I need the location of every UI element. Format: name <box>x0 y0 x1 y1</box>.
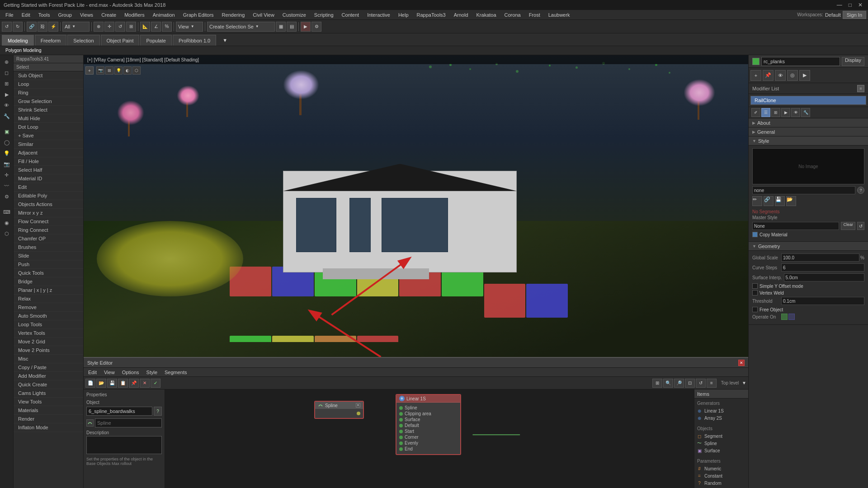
menu-arnold[interactable]: Arnold <box>450 11 472 19</box>
maximize-btn[interactable]: □ <box>847 2 854 8</box>
se-cycle-btn[interactable]: ↺ <box>696 379 706 388</box>
cmd-copy-paste[interactable]: Copy / Paste <box>14 363 83 372</box>
se-menu-options[interactable]: Options <box>119 370 142 375</box>
operate-on-mesh-btn[interactable] <box>781 314 788 320</box>
tab-proribbon[interactable]: ProRibbon 1.0 <box>173 35 216 46</box>
free-object-checkbox[interactable] <box>752 307 758 312</box>
rotate-btn[interactable]: ↺ <box>115 22 125 32</box>
select-icon[interactable]: ⊕ <box>2 57 12 67</box>
se-new-btn[interactable]: 📄 <box>85 379 95 388</box>
close-btn[interactable]: ✕ <box>856 2 864 8</box>
minimize-btn[interactable]: — <box>835 2 844 8</box>
extra-icon-2[interactable]: ⬡ <box>2 229 12 239</box>
cmd-editable-poly[interactable]: Editable Poly <box>14 192 83 200</box>
rp-icon-wire[interactable]: ✐ <box>751 108 760 117</box>
menu-scripting[interactable]: Scripting <box>311 11 337 19</box>
style-editor-canvas[interactable]: Spline ✕ ⊕ <box>165 389 694 488</box>
se-zoom-out-btn[interactable]: 🔎 <box>674 379 684 388</box>
general-section-header[interactable]: ▶ General <box>749 127 868 136</box>
rp-new-vp-btn[interactable]: + <box>750 70 761 81</box>
cmd-multi-hide[interactable]: Multi Hide <box>14 114 83 123</box>
cmd-flow-connect[interactable]: Flow Connect <box>14 217 83 226</box>
cmd-adjacent[interactable]: Adjacent <box>14 149 83 157</box>
spline-input[interactable] <box>95 418 162 427</box>
linear-dot-corner[interactable] <box>399 436 403 439</box>
surface-interp-input[interactable] <box>784 273 864 282</box>
rp-eye-btn[interactable]: 👁 <box>775 70 786 81</box>
style-color-4[interactable]: 📂 <box>786 196 796 206</box>
percent-snap-btn[interactable]: % <box>162 22 172 32</box>
sign-in-button[interactable]: Sign In <box>843 11 866 19</box>
cmd-ring[interactable]: Ring <box>14 89 83 97</box>
tab-extra-btn[interactable]: ▼ <box>217 35 233 46</box>
linear-dot-start[interactable] <box>399 430 403 433</box>
cmd-shrink-select[interactable]: Shrink Select <box>14 106 83 114</box>
rp-icon-motion[interactable]: ▶ <box>781 108 790 117</box>
menu-views[interactable]: Views <box>76 11 97 19</box>
vertex-weld-checkbox[interactable] <box>752 290 758 296</box>
cmd-bridge[interactable]: Bridge <box>14 277 83 286</box>
rp-render-btn[interactable]: ▶ <box>799 70 810 81</box>
create-selection-dropdown[interactable]: Create Selection Se ▼ <box>207 22 275 32</box>
se-copy-btn[interactable]: 📋 <box>118 379 128 388</box>
cmd-planar[interactable]: Planar | x | y | z <box>14 286 83 295</box>
cmd-push[interactable]: Push <box>14 260 83 269</box>
style-color-3[interactable]: 💾 <box>775 196 785 206</box>
cmd-relax[interactable]: Relax <box>14 295 83 303</box>
vp-grid-icon[interactable]: ⊞ <box>105 66 113 75</box>
rp-icon-display[interactable]: 👁 <box>791 108 800 117</box>
filter-btn[interactable]: ▦ <box>276 22 286 32</box>
menu-create[interactable]: Create <box>98 11 120 19</box>
utilities-icon[interactable]: 🔧 <box>2 111 12 121</box>
vp-light-icon[interactable]: 💡 <box>114 66 123 75</box>
menu-laubwerk[interactable]: Laubwerk <box>545 11 574 19</box>
menu-tools[interactable]: Tools <box>35 11 54 19</box>
select-btn[interactable]: ⊕ <box>94 22 104 32</box>
filter2-btn[interactable]: ▤ <box>287 22 297 32</box>
rp-icon-utility[interactable]: 🔧 <box>801 108 810 117</box>
snap-btn[interactable]: 📐 <box>140 22 150 32</box>
operate-on-spline-btn[interactable] <box>788 314 795 320</box>
object-icon[interactable]: ◻ <box>2 68 12 78</box>
se-menu-segments[interactable]: Segments <box>162 370 190 375</box>
render-settings-btn[interactable]: ⚙ <box>311 22 321 32</box>
spline-node[interactable]: Spline ✕ <box>314 401 364 419</box>
vp-plus-btn[interactable]: + <box>85 66 94 75</box>
cmd-chamfer-op[interactable]: Chamfer OP <box>14 235 83 243</box>
extra-icon-1[interactable]: ◉ <box>2 218 12 228</box>
menu-rappatools3[interactable]: RappaTools3 <box>413 11 449 19</box>
object-value[interactable]: 6_spline_boardwalks <box>86 407 152 416</box>
spline-output-dot[interactable] <box>357 412 360 415</box>
item-numeric[interactable]: # Numeric <box>696 465 746 472</box>
curve-steps-input[interactable] <box>781 263 864 272</box>
vp-shading-icon[interactable]: ◐ <box>123 66 132 75</box>
item-segment[interactable]: ◻ Segment <box>696 433 746 439</box>
menu-rendering[interactable]: Rendering <box>218 11 249 19</box>
cmd-move-2-grid[interactable]: Move 2 Grid <box>14 338 83 346</box>
menu-civil-view[interactable]: Civil View <box>249 11 278 19</box>
bind-btn[interactable]: ⚡ <box>48 22 58 32</box>
simple-y-checkbox[interactable] <box>752 283 758 289</box>
item-spline[interactable]: 〜 Spline <box>696 440 746 446</box>
geometry-section-header[interactable]: ▼ Geometry <box>749 242 868 251</box>
all-dropdown[interactable]: All ▼ <box>62 22 90 32</box>
about-section-header[interactable]: ▶ About <box>749 118 868 127</box>
cmd-mirror[interactable]: Mirror x y z <box>14 209 83 217</box>
spline-icon[interactable] <box>86 419 94 427</box>
item-constant[interactable]: = Constant <box>696 473 746 479</box>
se-menu-edit[interactable]: Edit <box>85 370 99 375</box>
render-btn[interactable]: ▶ <box>301 22 311 32</box>
view-dropdown[interactable]: View ▼ <box>176 22 203 32</box>
threshold-input[interactable] <box>781 297 864 305</box>
linear-dot-surface[interactable] <box>399 418 403 422</box>
tab-populate[interactable]: Populate <box>140 35 171 46</box>
linear-dot-spline[interactable] <box>399 406 403 410</box>
rp-icon-hier[interactable]: ⊞ <box>771 108 780 117</box>
master-style-value[interactable]: None <box>752 222 839 230</box>
style-section-header[interactable]: ▼ Style <box>749 136 868 145</box>
cmd-sub-object[interactable]: Sub Object <box>14 71 83 80</box>
item-linear-1s[interactable]: ⊕ Linear 1S <box>696 408 746 414</box>
se-fit-btn[interactable]: ⊡ <box>685 379 695 388</box>
cmd-quick-tools[interactable]: Quick Tools <box>14 269 83 277</box>
linear-dot-end[interactable] <box>399 447 403 451</box>
